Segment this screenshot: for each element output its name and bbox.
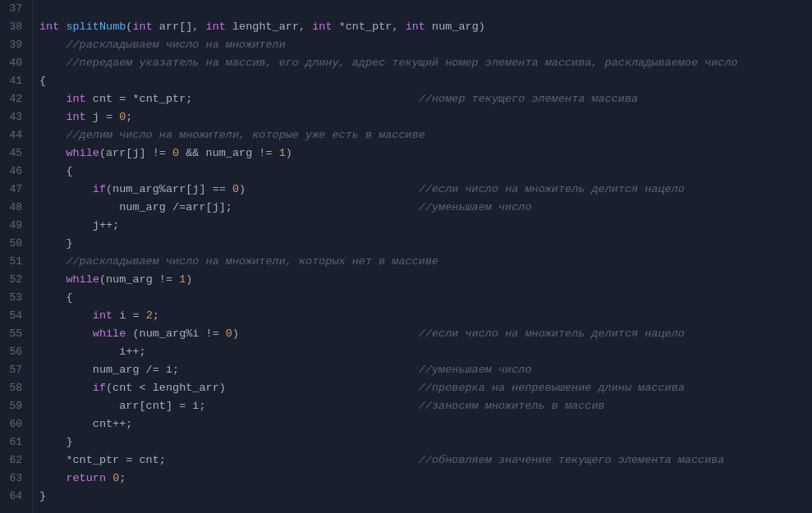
code-line-44: //делим число на множители, которые уже … bbox=[39, 126, 812, 144]
line-num-52: 52 bbox=[7, 271, 22, 289]
line-numbers: 37 38 39 40 41 42 43 44 45 46 47 48 49 5… bbox=[0, 0, 33, 513]
line-num-39: 39 bbox=[7, 36, 22, 54]
code-line-61: } bbox=[39, 433, 812, 451]
line-num-62: 62 bbox=[7, 451, 22, 469]
code-line-47: if(num_arg%arr[j] == 0) //если число на … bbox=[39, 181, 812, 199]
code-line-59: arr[cnt] = i; //заносим множитель в масс… bbox=[39, 397, 812, 415]
line-num-47: 47 bbox=[7, 181, 22, 199]
code-line-51: //раскладываем число на множители, котор… bbox=[39, 253, 812, 271]
code-line-46: { bbox=[39, 163, 812, 181]
line-num-44: 44 bbox=[7, 126, 22, 144]
code-line-39: //раскладываем число на множители bbox=[39, 36, 812, 54]
code-line-58: if(cnt < lenght_arr) //проверка на непре… bbox=[39, 379, 812, 397]
code-line-48: num_arg /=arr[j]; //уменьшаем число bbox=[39, 199, 812, 217]
line-num-55: 55 bbox=[7, 325, 22, 343]
code-line-42: int cnt = *cnt_ptr; //номер текущего эле… bbox=[39, 90, 812, 108]
line-num-45: 45 bbox=[7, 144, 22, 163]
line-num-56: 56 bbox=[7, 343, 22, 361]
line-num-50: 50 bbox=[7, 235, 22, 253]
code-line-43: int j = 0; bbox=[39, 108, 812, 126]
code-line-49: j++; bbox=[39, 217, 812, 235]
code-line-62: *cnt_ptr = cnt; //обновляем значение тек… bbox=[39, 451, 812, 469]
line-num-63: 63 bbox=[7, 469, 22, 488]
code-line-57: num_arg /= i; //уменьшаем число bbox=[39, 361, 812, 379]
line-num-59: 59 bbox=[7, 397, 22, 415]
line-num-40: 40 bbox=[7, 54, 22, 72]
line-num-60: 60 bbox=[7, 415, 22, 433]
code-line-37 bbox=[39, 0, 812, 18]
line-num-49: 49 bbox=[7, 217, 22, 235]
code-line-50: } bbox=[39, 235, 812, 253]
line-num-42: 42 bbox=[7, 90, 22, 108]
line-num-38: 38 bbox=[7, 18, 22, 36]
code-content[interactable]: int splitNumb(int arr[], int lenght_arr,… bbox=[33, 0, 812, 513]
line-num-46: 46 bbox=[7, 163, 22, 181]
line-num-43: 43 bbox=[7, 108, 22, 126]
line-num-61: 61 bbox=[7, 433, 22, 451]
code-line-40: //передаем указатель на массив, его длин… bbox=[39, 54, 812, 72]
code-line-53: { bbox=[39, 289, 812, 307]
code-line-45: while(arr[j] != 0 && num_arg != 1) bbox=[39, 144, 812, 163]
code-editor: 37 38 39 40 41 42 43 44 45 46 47 48 49 5… bbox=[0, 0, 812, 513]
line-num-54: 54 bbox=[7, 307, 22, 325]
code-line-54: int i = 2; bbox=[39, 307, 812, 325]
code-line-41: { bbox=[39, 72, 812, 90]
code-line-63: return 0; bbox=[39, 469, 812, 488]
line-num-48: 48 bbox=[7, 199, 22, 217]
code-line-56: i++; bbox=[39, 343, 812, 361]
code-line-52: while(num_arg != 1) bbox=[39, 271, 812, 289]
code-line-64: } bbox=[39, 488, 812, 506]
line-num-58: 58 bbox=[7, 379, 22, 397]
line-num-57: 57 bbox=[7, 361, 22, 379]
line-num-53: 53 bbox=[7, 289, 22, 307]
line-num-64: 64 bbox=[7, 488, 22, 506]
code-line-60: cnt++; bbox=[39, 415, 812, 433]
line-num-41: 41 bbox=[7, 72, 22, 90]
code-line-38: int splitNumb(int arr[], int lenght_arr,… bbox=[39, 18, 812, 36]
line-num-37: 37 bbox=[7, 0, 22, 18]
line-num-51: 51 bbox=[7, 253, 22, 271]
code-line-55: while (num_arg%i != 0) //если число на м… bbox=[39, 325, 812, 343]
